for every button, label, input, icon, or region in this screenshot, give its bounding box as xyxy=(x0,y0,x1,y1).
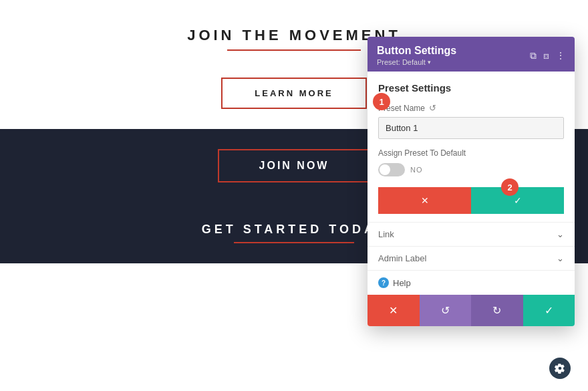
panel-body: Preset Settings Preset Name ↺ 1 Assign P… xyxy=(368,72,575,222)
preset-action-row: ✕ ✓ 2 xyxy=(378,187,564,214)
link-section[interactable]: Link ⌄ xyxy=(368,222,575,246)
panel-header-icons: ⧉ ⧈ ⋮ xyxy=(530,50,565,61)
learn-more-button[interactable]: LEARN MORE xyxy=(221,78,366,109)
preset-name-input[interactable] xyxy=(378,117,564,139)
panel-bottom-bar: ✕ ↺ ↻ ✓ xyxy=(368,295,575,326)
step-badge-1: 1 xyxy=(373,93,390,110)
toggle-row: NO xyxy=(378,163,564,176)
admin-label-section[interactable]: Admin Label ⌄ xyxy=(368,246,575,270)
admin-label-text: Admin Label xyxy=(378,253,426,263)
assign-preset-toggle[interactable] xyxy=(378,163,405,176)
bottom-save-button[interactable]: ✓ xyxy=(523,295,575,326)
step-badge-2: 2 xyxy=(501,178,519,196)
copy-icon-button[interactable]: ⧉ xyxy=(530,50,537,61)
collapse-icon-button[interactable]: ⧈ xyxy=(543,50,549,61)
button-settings-panel: Button Settings Preset: Default ▾ ⧉ ⧈ ⋮ … xyxy=(368,37,575,326)
toggle-no-label: NO xyxy=(410,166,423,174)
link-chevron-icon: ⌄ xyxy=(557,229,564,239)
floating-settings-button[interactable] xyxy=(549,358,571,379)
title-underline xyxy=(227,49,361,51)
bottom-cancel-icon: ✕ xyxy=(389,304,398,317)
panel-preset-label[interactable]: Preset: Default ▾ xyxy=(377,58,456,66)
help-text: Help xyxy=(393,278,411,288)
save-preset-icon: ✓ xyxy=(514,195,522,206)
help-row[interactable]: ? Help xyxy=(368,270,575,295)
panel-header: Button Settings Preset: Default ▾ ⧉ ⧈ ⋮ xyxy=(368,37,575,72)
page-content: JOIN THE MOVEMENT LEARN MORE JOIN NOW GE… xyxy=(0,0,588,391)
get-started-title: GET STARTED TODAY xyxy=(202,223,387,237)
bottom-save-icon: ✓ xyxy=(545,304,553,317)
link-label: Link xyxy=(378,229,394,239)
bottom-redo-button[interactable]: ↻ xyxy=(471,295,523,326)
settings-gear-icon xyxy=(555,363,565,374)
join-now-button[interactable]: JOIN NOW xyxy=(218,149,371,182)
preset-settings-title: Preset Settings xyxy=(378,82,564,94)
cancel-preset-icon: ✕ xyxy=(421,195,429,206)
more-icon-button[interactable]: ⋮ xyxy=(556,50,565,61)
help-icon: ? xyxy=(378,277,389,288)
get-started-underline xyxy=(234,242,354,243)
preset-name-label: Preset Name ↺ xyxy=(378,103,564,113)
bottom-cancel-button[interactable]: ✕ xyxy=(368,295,420,326)
cancel-preset-button[interactable]: ✕ xyxy=(378,187,471,214)
panel-title: Button Settings xyxy=(377,45,456,57)
admin-label-chevron-icon: ⌄ xyxy=(557,253,564,263)
bottom-undo-icon: ↺ xyxy=(441,304,450,317)
preset-name-field-wrapper: 1 xyxy=(378,117,564,148)
preset-label-text: Preset: Default xyxy=(377,58,426,66)
assign-preset-label: Assign Preset To Default xyxy=(378,148,564,158)
reset-icon[interactable]: ↺ xyxy=(429,103,436,113)
preset-caret: ▾ xyxy=(428,59,431,66)
bottom-undo-button[interactable]: ↺ xyxy=(420,295,472,326)
panel-header-left: Button Settings Preset: Default ▾ xyxy=(377,45,456,66)
bottom-redo-icon: ↻ xyxy=(492,304,501,317)
